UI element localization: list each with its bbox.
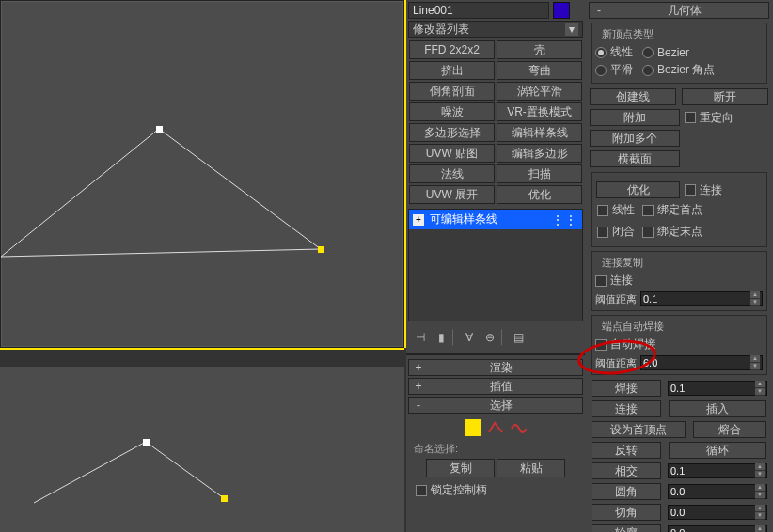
- vertex[interactable]: [143, 439, 150, 446]
- mod-btn[interactable]: 优化: [497, 185, 582, 204]
- outline-spinner[interactable]: 0.0▲▼: [668, 525, 767, 532]
- viewport-bottom[interactable]: [0, 367, 404, 532]
- pin-stack-icon[interactable]: ⊣: [412, 329, 429, 346]
- connect-copy-checkbox[interactable]: [595, 275, 607, 287]
- mod-btn[interactable]: UVW 展开: [409, 185, 495, 204]
- weld-spinner[interactable]: 0.1▲▼: [668, 381, 767, 396]
- fillet-button[interactable]: 圆角: [592, 483, 661, 500]
- rollout-title: 插值: [424, 379, 578, 395]
- mod-btn[interactable]: 扫描: [497, 164, 582, 183]
- fuse-button[interactable]: 熔合: [693, 421, 766, 438]
- connect-checkbox[interactable]: [685, 184, 696, 196]
- remove-modifier-icon[interactable]: ⊖: [485, 329, 502, 346]
- cycle-button[interactable]: 循环: [669, 442, 766, 459]
- weld-button[interactable]: 焊接: [592, 380, 661, 397]
- vertex-selected[interactable]: [318, 246, 324, 253]
- reorient-checkbox[interactable]: [685, 112, 696, 123]
- set-first-vertex-button[interactable]: 设为首顶点: [592, 421, 686, 438]
- rollout-render[interactable]: + 渲染: [408, 359, 583, 376]
- mod-btn[interactable]: 弯曲: [497, 61, 582, 80]
- segment-level-icon[interactable]: [487, 419, 504, 436]
- mod-btn[interactable]: 多边形选择: [409, 123, 495, 142]
- cross-intersect-button[interactable]: 相交: [592, 462, 661, 479]
- radio-label: Bezier 角点: [657, 62, 715, 78]
- checkbox-label: 重定向: [700, 110, 734, 126]
- cross-spinner[interactable]: 0.1▲▼: [668, 463, 767, 478]
- threshold-spinner[interactable]: 0.1 ▲▼: [640, 291, 763, 306]
- spinner-value: 0.0: [670, 507, 685, 518]
- checkbox-label: 连接: [700, 182, 722, 198]
- linear-checkbox[interactable]: [597, 205, 608, 216]
- radio-smooth[interactable]: [595, 65, 607, 76]
- stack-item-handle-icon[interactable]: ⋮⋮: [552, 213, 578, 227]
- mod-btn[interactable]: 涡轮平滑: [497, 82, 582, 101]
- stack-toolbar: ⊣ ▮ ∀ ⊖ ▤: [406, 325, 585, 350]
- spinner-value: 0.0: [670, 527, 685, 532]
- viewport-top[interactable]: [0, 0, 404, 348]
- outline-button[interactable]: 轮廓: [592, 524, 661, 532]
- show-end-result-icon[interactable]: ▮: [436, 329, 453, 346]
- collapse-icon: -: [593, 4, 605, 17]
- modifier-list-label: 修改器列表: [413, 22, 469, 38]
- expand-icon[interactable]: +: [413, 214, 424, 226]
- insert-button[interactable]: 插入: [669, 400, 766, 417]
- bind-first-checkbox[interactable]: [642, 205, 654, 216]
- mod-btn[interactable]: 编辑样条线: [497, 123, 582, 142]
- optimize-button[interactable]: 优化: [596, 181, 680, 198]
- radio-label: 平滑: [610, 62, 633, 78]
- chamfer-spinner[interactable]: 0.0▲▼: [668, 505, 767, 520]
- attach-button[interactable]: 附加: [590, 109, 680, 126]
- make-unique-icon[interactable]: ∀: [461, 329, 478, 346]
- mod-btn[interactable]: 倒角剖面: [409, 82, 495, 101]
- mod-btn[interactable]: 噪波: [409, 102, 495, 121]
- mod-btn[interactable]: VR-置换模式: [497, 102, 582, 121]
- mod-btn[interactable]: 壳: [497, 40, 582, 59]
- vertex-selected[interactable]: [221, 495, 228, 502]
- spline-level-icon[interactable]: [510, 419, 527, 436]
- stack-item-label: 可编辑样条线: [430, 211, 497, 227]
- connect-button[interactable]: 连接: [592, 400, 661, 417]
- cross-section-button[interactable]: 横截面: [590, 150, 680, 167]
- configure-sets-icon[interactable]: ▤: [510, 329, 527, 346]
- expand-icon: +: [413, 361, 424, 374]
- threshold-spinner[interactable]: 6.0 ▲▼: [640, 355, 763, 370]
- modifier-list-dropdown[interactable]: 修改器列表 ▾: [408, 21, 583, 38]
- rollout-select[interactable]: - 选择: [408, 397, 583, 414]
- bind-last-checkbox[interactable]: [642, 227, 654, 238]
- mod-btn[interactable]: 法线: [409, 164, 495, 183]
- mod-btn[interactable]: UVW 贴图: [409, 144, 495, 163]
- checkbox-label: 自动焊接: [610, 336, 655, 352]
- radio-linear[interactable]: [595, 47, 607, 58]
- spline-shape-2: [0, 367, 404, 532]
- auto-weld-checkbox[interactable]: [595, 339, 607, 351]
- radio-bezier[interactable]: [642, 47, 654, 58]
- checkbox-label: 绑定末点: [657, 224, 702, 240]
- stack-item-editable-spline[interactable]: + 可编辑样条线 ⋮⋮: [409, 210, 582, 229]
- object-name-field[interactable]: [408, 2, 549, 19]
- object-color-swatch[interactable]: [553, 2, 570, 19]
- mod-btn[interactable]: 编辑多边形: [497, 144, 582, 163]
- vertex[interactable]: [156, 126, 163, 133]
- radio-bezier-corner[interactable]: [642, 65, 654, 76]
- attach-multi-button[interactable]: 附加多个: [590, 130, 680, 147]
- group-new-vertex-type: 新顶点类型 线性 Bezier 平滑 Bezier 角点: [591, 23, 767, 84]
- expand-icon: +: [413, 380, 424, 393]
- create-line-button[interactable]: 创建线: [590, 88, 676, 105]
- vertex-level-icon[interactable]: [465, 419, 481, 436]
- spinner-value: 0.1: [670, 383, 685, 394]
- named-sel-copy-button[interactable]: 复制: [426, 459, 495, 477]
- rollout-title: 几何体: [605, 3, 765, 19]
- modifier-stack[interactable]: + 可编辑样条线 ⋮⋮: [408, 209, 583, 321]
- reverse-button[interactable]: 反转: [592, 442, 661, 459]
- threshold-label: 阈值距离: [595, 356, 637, 370]
- chamfer-button[interactable]: 切角: [592, 504, 661, 521]
- named-sel-paste-button[interactable]: 粘贴: [497, 459, 565, 477]
- mod-btn[interactable]: FFD 2x2x2: [409, 40, 495, 59]
- rollout-geometry[interactable]: - 几何体: [589, 2, 769, 19]
- fillet-spinner[interactable]: 0.0▲▼: [668, 484, 767, 499]
- lock-handle-checkbox[interactable]: [416, 485, 427, 496]
- mod-btn[interactable]: 挤出: [409, 61, 495, 80]
- break-button[interactable]: 断开: [682, 88, 768, 105]
- rollout-interp[interactable]: + 插值: [408, 378, 583, 395]
- close-checkbox[interactable]: [597, 227, 608, 238]
